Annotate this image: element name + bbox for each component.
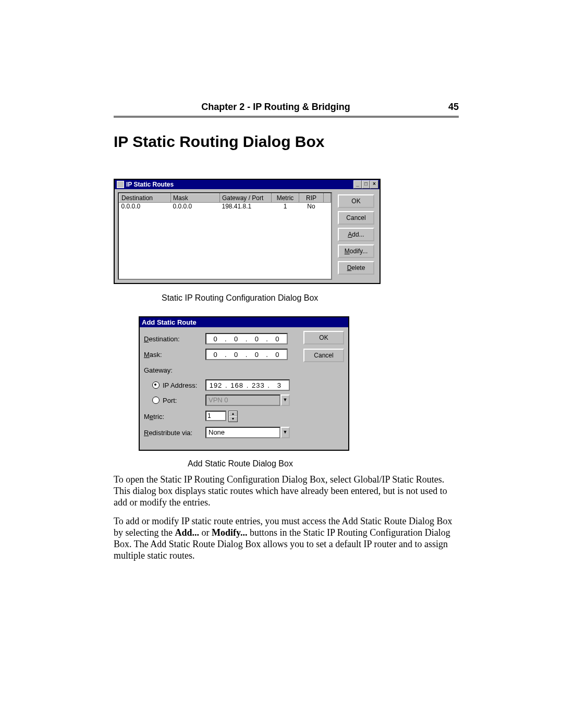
delete-button[interactable]: Delete — [338, 261, 374, 275]
chevron-down-icon: ▼ — [280, 394, 290, 406]
dialog2-titlebar: Add Static Route — [140, 317, 348, 327]
cancel-button[interactable]: Cancel — [303, 349, 344, 362]
modify-button[interactable]: Modify... — [338, 244, 374, 258]
dialog1-title: IP Static Routes — [126, 181, 174, 188]
spin-down-icon[interactable]: ▼ — [229, 416, 237, 422]
body-paragraph: To open the Static IP Routing Configurat… — [114, 474, 459, 508]
col-mask[interactable]: Mask — [171, 194, 220, 203]
metric-stepper[interactable]: ▲ ▼ — [228, 411, 238, 422]
destination-input[interactable]: 0. 0. 0. 0 — [205, 333, 288, 344]
cancel-button[interactable]: Cancel — [338, 211, 374, 225]
close-icon[interactable]: × — [370, 180, 378, 189]
header-rule — [114, 116, 459, 118]
gateway-ip-input[interactable]: 192. 168. 233. 3 — [205, 379, 290, 391]
page-number: 45 — [438, 102, 459, 113]
mask-input[interactable]: 0. 0. 0. 0 — [205, 349, 288, 360]
maximize-icon[interactable]: □ — [362, 180, 370, 189]
col-rip[interactable]: RIP — [299, 194, 324, 203]
radio-dot-icon — [152, 381, 160, 389]
routes-listbox[interactable]: Destination Mask Gateway / Port Metric R… — [118, 192, 332, 280]
ok-button[interactable]: OK — [338, 194, 374, 208]
table-row[interactable]: 0.0.0.0 0.0.0.0 198.41.8.1 1 No — [119, 203, 331, 211]
app-icon — [117, 181, 124, 188]
chevron-down-icon[interactable]: ▼ — [280, 427, 290, 438]
minimize-icon[interactable]: _ — [353, 180, 362, 189]
metric-input[interactable]: 1 — [205, 411, 226, 421]
chapter-title: Chapter 2 - IP Routing & Bridging — [114, 102, 438, 113]
routes-table: Destination Mask Gateway / Port Metric R… — [119, 193, 331, 210]
ip-static-routes-dialog: IP Static Routes _ □ × Destination Mask … — [114, 179, 381, 284]
gateway-label: Gateway: — [144, 366, 205, 374]
section-heading: IP Static Routing Dialog Box — [114, 133, 459, 151]
body-paragraph: To add or modify IP static route entries… — [114, 515, 459, 561]
redistribute-label: Redistribute via: — [144, 429, 205, 437]
dialog1-titlebar: IP Static Routes _ □ × — [115, 180, 380, 189]
ip-address-radio[interactable]: IP Address: — [152, 381, 205, 389]
mask-label: Mask: — [144, 351, 205, 359]
col-spacer — [324, 194, 331, 203]
running-header: Chapter 2 - IP Routing & Bridging 45 — [114, 102, 459, 113]
redistribute-combo[interactable]: None ▼ — [205, 427, 290, 438]
col-metric[interactable]: Metric — [272, 194, 299, 203]
col-destination[interactable]: Destination — [119, 194, 171, 203]
spin-up-icon[interactable]: ▲ — [229, 411, 237, 416]
ok-button[interactable]: OK — [303, 331, 344, 344]
metric-label: Metric: — [144, 413, 205, 421]
radio-dot-icon — [152, 397, 160, 404]
add-static-route-dialog: Add Static Route OK Cancel Destination: … — [139, 316, 349, 451]
col-gateway[interactable]: Gateway / Port — [220, 194, 272, 203]
add-button[interactable]: Add... — [338, 228, 374, 241]
port-combo: VPN 0 ▼ — [205, 394, 290, 406]
figure-caption-2: Add Static Route Dialog Box — [188, 459, 459, 468]
figure-caption-1: Static IP Routing Configuration Dialog B… — [162, 293, 459, 303]
dialog2-title: Add Static Route — [142, 318, 197, 326]
port-radio[interactable]: Port: — [152, 397, 205, 404]
destination-label: Destination: — [144, 335, 205, 343]
